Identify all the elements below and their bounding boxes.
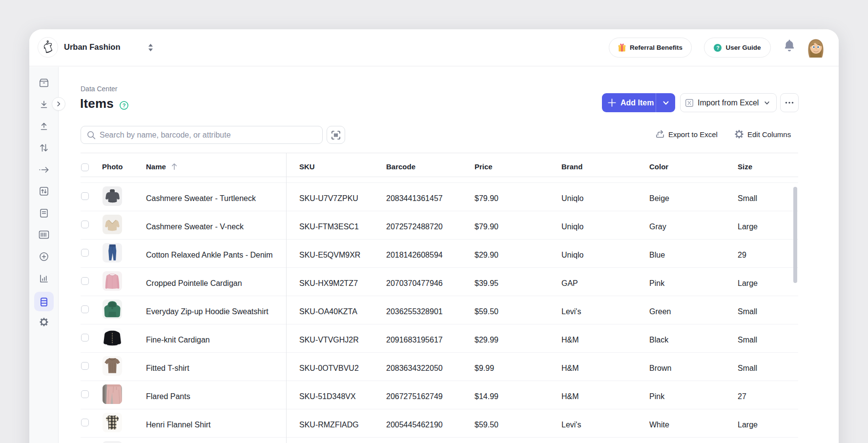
svg-text:?: ? [123,102,126,108]
